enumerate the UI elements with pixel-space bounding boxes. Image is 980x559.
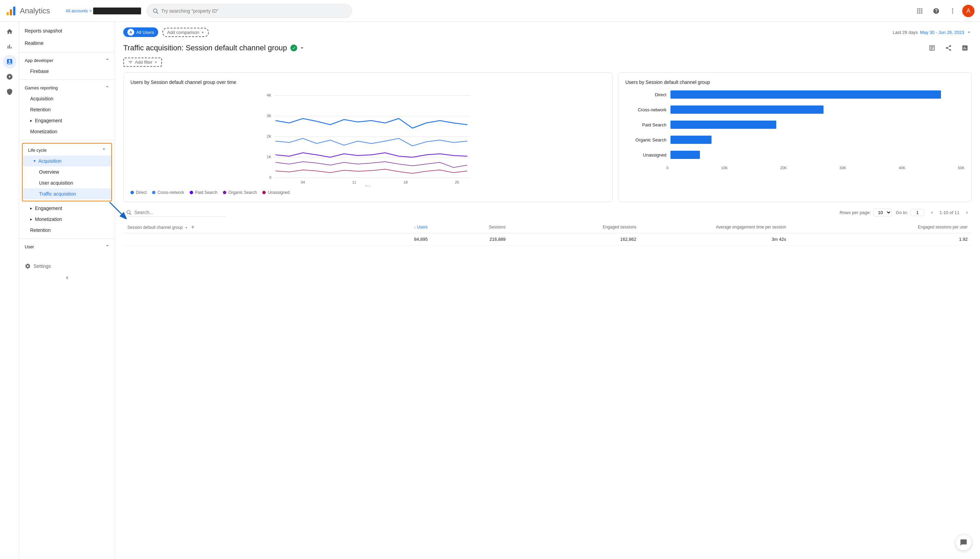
bar-fill-organic-search [670,136,711,144]
th-avg-time[interactable]: Average engagement time per session [640,221,790,233]
search-icon [152,8,158,14]
goto-input[interactable] [911,209,924,216]
sidebar-item-realtime[interactable]: Realtime [19,37,115,49]
svg-rect-5 [917,8,918,9]
svg-rect-1 [10,9,12,15]
svg-rect-6 [919,8,920,9]
nav-icons [0,22,19,559]
bar-fill-direct [670,91,941,99]
svg-text:4K: 4K [267,93,272,97]
sidebar-collapse-btn[interactable] [19,272,115,284]
svg-text:1K: 1K [267,155,272,159]
insights-btn[interactable] [958,41,972,55]
pagination: Go to: ‹ 1-10 of 11 › [896,208,972,217]
svg-text:04: 04 [301,180,305,184]
svg-rect-8 [917,10,918,11]
page-top-bar: A All Users Add comparison + Last 28 day… [123,27,972,37]
table-view-btn[interactable] [925,41,939,55]
explore-icon [6,73,13,80]
th-channel[interactable]: Session default channel group + [123,221,363,233]
add-dimension-btn[interactable]: + [190,224,196,230]
table-search[interactable] [123,208,226,217]
table-icon [929,45,935,51]
date-range-label: May 30 - Jun 26, 2023 [920,30,964,35]
sidebar-item-lc-monetization[interactable]: ▸ Monetization [19,214,115,225]
search-bar[interactable] [147,4,352,18]
more-vert-icon-btn[interactable] [946,4,959,18]
th-sessions[interactable]: Sessions [432,221,510,233]
bar-label-crossnetwork: Cross-network [625,107,667,112]
th-users[interactable]: ↓ Users [363,221,432,233]
sidebar-item-lc-retention[interactable]: Retention [19,225,115,236]
help-icon [933,8,940,14]
title-status[interactable] [290,45,305,51]
table-search-input[interactable] [134,210,223,215]
svg-text:2K: 2K [267,134,272,138]
sidebar-item-games-monetization[interactable]: Monetization [19,126,115,137]
sidebar-item-lc-acquisition[interactable]: ▾ Acquisition [23,155,111,167]
sidebar-item-lc-engagement[interactable]: ▸ Engagement [19,203,115,214]
legend-label-unassigned: Unassigned [268,190,289,195]
svg-rect-9 [919,10,920,11]
chevron-right-icon-3: ▸ [30,217,32,222]
sidebar-item-games-engagement[interactable]: ▸ Engagement [19,115,115,126]
svg-line-33 [130,213,131,215]
grid-icon-btn[interactable] [913,4,927,18]
user-chip-avatar: A [127,29,134,36]
sidebar-item-games-acquisition[interactable]: Acquisition [19,93,115,104]
user-avatar[interactable]: A [962,5,975,17]
breadcrumb-all-accounts[interactable]: All accounts [66,8,88,13]
share-btn[interactable] [942,41,955,55]
sidebar-item-lc-overview[interactable]: Overview [23,167,111,177]
share-icon [945,45,952,51]
add-filter-btn[interactable]: Add filter + [123,58,162,67]
table-row: 84,895 216,889 162,862 3m 42s 1.92 [123,233,972,246]
bar-row-paid-search: Paid Search [625,121,965,129]
bar-row-organic-search: Organic Search [625,136,965,144]
nav-explore-btn[interactable] [3,70,16,84]
th-engaged-sessions[interactable]: Engaged sessions [510,221,640,233]
add-comparison-btn[interactable]: Add comparison + [162,28,209,37]
th-engaged-per-user[interactable]: Engaged sessions per user [790,221,972,233]
settings-btn[interactable]: Settings [19,260,115,272]
nav-bar-chart-btn[interactable] [3,40,16,53]
sidebar-item-lc-traffic-acquisition[interactable]: Traffic acquisition [23,189,111,199]
column-dropdown-icon [184,225,189,230]
sidebar-section-user[interactable]: User ⌃ [19,241,115,252]
legend-label-organic-search: Organic Search [228,190,257,195]
sidebar-item-lc-user-acquisition[interactable]: User acquisition [23,177,111,189]
nav-advertising-btn[interactable] [3,85,16,99]
svg-text:Jun: Jun [365,185,371,186]
sidebar-section-lifecycle[interactable]: Life cycle ⌃ [23,145,111,155]
nav-reports-btn[interactable] [3,55,16,68]
chevron-down-icon [966,30,972,35]
next-page-btn[interactable]: › [962,208,972,217]
main-layout: Reports snapshot Realtime App developer … [0,22,980,559]
chat-btn[interactable] [955,534,972,551]
settings-icon [25,263,31,269]
svg-text:11: 11 [352,180,356,184]
search-input[interactable] [161,8,346,14]
prev-page-btn[interactable]: ‹ [927,208,937,217]
sidebar-item-reports-snapshot[interactable]: Reports snapshot [19,25,115,37]
analytics-logo [5,5,16,17]
sidebar-section-app-developer[interactable]: App developer ⌃ [19,55,115,66]
sidebar-section-games-reporting[interactable]: Games reporting ⌃ [19,83,115,93]
legend-dot-organic-search [223,191,226,194]
svg-rect-0 [7,12,8,15]
rows-per-page-select[interactable]: 10 25 50 [873,208,892,217]
svg-text:25: 25 [455,180,459,184]
grid-icon [916,8,923,14]
nav-home-btn[interactable] [3,25,16,38]
bar-label-paid-search: Paid Search [625,122,667,127]
bar-x-40k: 40K [899,166,905,170]
sidebar-item-firebase[interactable]: Firebase [19,66,115,77]
top-header: Analytics All accounts > [0,0,980,22]
help-icon-btn[interactable] [929,4,943,18]
check-icon [292,46,296,50]
date-selector[interactable]: Last 28 days May 30 - Jun 26, 2023 [893,30,972,35]
sidebar-item-games-retention[interactable]: Retention [19,104,115,115]
sidebar-divider-2 [19,79,115,80]
bar-fill-paid-search [670,121,776,129]
user-chip[interactable]: A All Users [123,27,158,37]
